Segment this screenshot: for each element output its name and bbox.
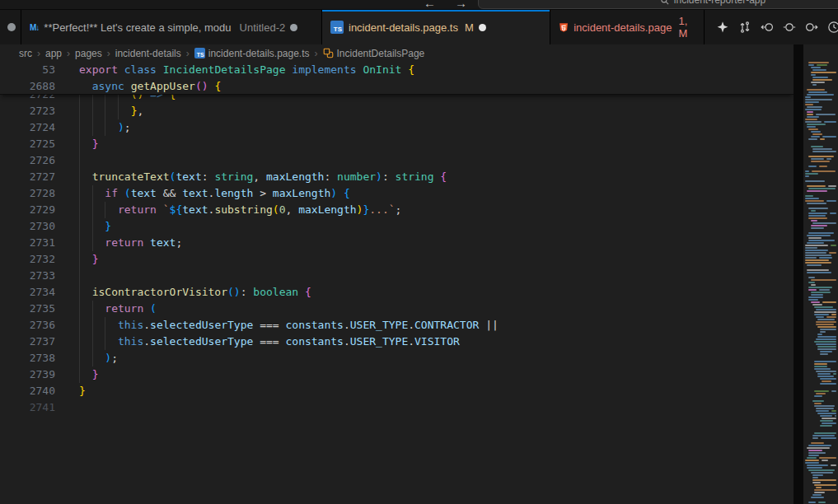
breadcrumb-incident-details[interactable]: incident-details [115,48,181,59]
indent-guide [79,202,80,218]
line-content: export class IncidentDetailsPage impleme… [79,62,794,78]
open-change-icon[interactable] [783,21,796,34]
line-number[interactable]: 2728 [0,185,55,202]
code-line[interactable]: 2729 return `${text.substring(0, maxLeng… [0,202,794,218]
minimap-line [805,245,828,246]
line-number[interactable]: 2729 [0,202,55,218]
line-number[interactable]: 53 [0,62,55,78]
timeline-history-icon[interactable] [827,21,838,34]
minimap-line [814,390,829,392]
code-line[interactable]: 2733 [0,268,794,284]
line-number[interactable]: 2738 [0,350,55,366]
code-line[interactable]: 2728 if (text && text.length > maxLength… [0,185,794,202]
indent-guide [105,202,105,218]
code-line[interactable]: 2726 [0,152,794,169]
code-line[interactable]: 53export class IncidentDetailsPage imple… [0,62,794,78]
minimap-line [805,99,832,100]
indent-guide [79,185,80,202]
indent-guide [79,284,80,301]
minimap-line [805,96,811,98]
minimap-line [805,175,809,177]
next-change-icon[interactable] [805,21,818,34]
code-line[interactable]: 2730 } [0,218,794,235]
minimap-line [824,121,836,123]
line-number[interactable]: 2724 [0,119,55,136]
minimap-line [814,306,833,308]
line-number[interactable]: 2734 [0,284,55,301]
code-line[interactable]: 2741 [0,399,794,416]
line-number[interactable]: 2731 [0,235,55,251]
minimap[interactable] [803,44,838,504]
indent-guide [105,317,105,334]
tab-partial-hidden[interactable] [0,10,21,44]
line-number[interactable]: 2726 [0,152,55,169]
minimap-line [805,109,822,110]
code-line[interactable]: 2736 this.selectedUserType === constants… [0,317,794,334]
code-line[interactable]: 2737 this.selectedUserType === constants… [0,334,794,350]
line-number[interactable]: 2727 [0,169,55,185]
previous-change-icon[interactable] [761,21,774,34]
minimap-line [817,64,827,66]
minimap-line [808,138,817,140]
code-line[interactable]: 2738 ); [0,350,794,366]
copilot-sparkle-icon[interactable] [716,21,729,34]
line-number[interactable]: 2735 [0,301,55,317]
minimap-line [817,336,836,338]
minimap-line [817,319,835,320]
minimap-line [820,383,836,385]
line-number[interactable]: 2723 [0,103,55,119]
tab-label: incident-details.page.ts [349,21,458,34]
breadcrumb-app[interactable]: app [45,48,62,59]
navigate-back-icon[interactable]: ← [424,0,436,10]
line-number[interactable]: 2730 [0,218,55,235]
line-number[interactable]: 2688 [0,78,55,95]
line-number[interactable]: 2725 [0,136,55,152]
code-line[interactable]: 2725 } [0,136,794,152]
compare-changes-icon[interactable] [738,21,751,34]
line-number[interactable]: 2740 [0,383,55,399]
vscode-window: ← → incident-reporter-app M↓ **Perfect!*… [0,0,838,504]
minimap-line [816,309,836,310]
minimap-line [826,200,836,202]
breadcrumb-class-symbol[interactable]: IncidentDetailsPage [323,48,425,59]
dirty-dot-icon[interactable] [290,24,297,31]
code-line[interactable]: 2735 return ( [0,301,794,317]
line-number[interactable]: 2733 [0,268,55,284]
breadcrumb-src[interactable]: src [19,48,32,59]
line-number[interactable]: 2732 [0,251,55,268]
indent-guide [79,218,80,235]
tab-untitled-2[interactable]: M↓ **Perfect!** Let's create a simple, m… [21,10,322,44]
code-editor[interactable]: 2722 () => {2723 },2724 );2725 }27262727… [0,44,794,504]
line-number[interactable]: 2739 [0,366,55,383]
tab-incident-details-page-ts[interactable]: TS incident-details.page.ts M [322,10,550,44]
indent-guide [79,169,80,185]
minimap-line [811,220,818,222]
minimap-line [820,138,825,140]
line-content: async getAppUser() { [79,78,794,95]
code-line[interactable]: 2740} [0,383,794,399]
code-line[interactable]: 2688 async getAppUser() { [0,78,794,95]
minimap-line [811,72,836,73]
code-line[interactable]: 2739 } [0,366,794,383]
command-center-search[interactable]: incident-reporter-app [478,0,838,9]
navigate-forward-icon[interactable]: → [455,0,467,10]
breadcrumb-pages[interactable]: pages [75,48,102,59]
code-line[interactable]: 2723 }, [0,103,794,119]
line-number[interactable]: 2736 [0,317,55,334]
line-number[interactable]: 2737 [0,334,55,350]
indent-guide [92,235,93,251]
editor-scrollbar[interactable] [794,44,803,504]
code-line[interactable]: 2734 isContractorOrVisitor(): boolean { [0,284,794,301]
sticky-scroll[interactable]: 53export class IncidentDetailsPage imple… [0,62,794,95]
line-number[interactable]: 2741 [0,399,55,416]
code-line[interactable]: 2724 ); [0,119,794,136]
breadcrumb-file[interactable]: TS incident-details.page.ts [194,48,310,59]
code-line[interactable]: 2732 } [0,251,794,268]
tab-incident-details-page-html[interactable]: incident-details.page.html 1, M [550,10,705,44]
code-line[interactable]: 2727 truncateText(text: string, maxLengt… [0,169,794,185]
indent-guide [92,202,93,218]
minimap-line [808,62,829,63]
code-line[interactable]: 2731 return text; [0,235,794,251]
minimap-line [807,116,818,118]
dirty-dot-icon[interactable] [479,24,486,31]
